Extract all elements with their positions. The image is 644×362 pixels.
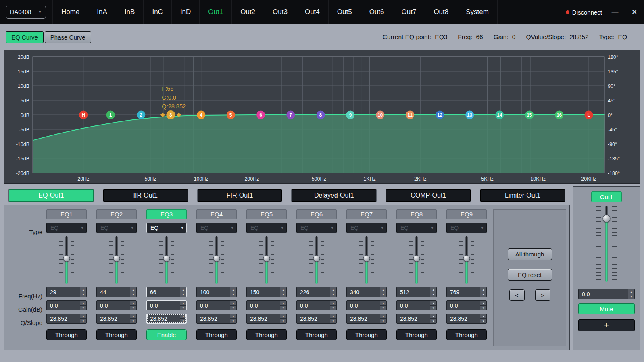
eq-point-2[interactable]: 2	[137, 111, 145, 119]
type-dropdown[interactable]: EQ▼	[196, 223, 237, 233]
spinner-up-button[interactable]: ▲	[330, 301, 336, 306]
nav-tab-out3[interactable]: Out3	[264, 0, 296, 24]
type-dropdown[interactable]: EQ▼	[396, 223, 437, 233]
spinner-down-button[interactable]: ▼	[230, 306, 236, 310]
eq-strip-header[interactable]: EQ2	[96, 209, 137, 219]
spinner-down-button[interactable]: ▼	[130, 292, 136, 297]
bypass-button[interactable]: Through	[196, 329, 237, 340]
gain-spinner[interactable]: 0.0▲▼	[96, 300, 137, 310]
slider-thumb[interactable]	[213, 255, 220, 262]
disconnect-button[interactable]: Disconnect	[563, 9, 605, 16]
spinner-down-button[interactable]: ▼	[130, 306, 136, 310]
spinner-up-button[interactable]: ▲	[430, 301, 436, 306]
eq-point-9[interactable]: 9	[346, 111, 354, 119]
gain-spinner[interactable]: 0.0▲▼	[196, 300, 237, 310]
spinner-down-button[interactable]: ▼	[430, 319, 436, 323]
nav-tab-home[interactable]: Home	[52, 0, 88, 24]
nav-tab-out4[interactable]: Out4	[296, 0, 328, 24]
slider-thumb[interactable]	[413, 255, 420, 262]
device-selector[interactable]: DA0408 ▼	[6, 6, 46, 19]
spinner-up-button[interactable]: ▲	[180, 314, 186, 319]
bypass-button[interactable]: Through	[446, 329, 487, 340]
q-spinner[interactable]: 28.852▲▼	[296, 314, 337, 324]
spinner-down-button[interactable]: ▼	[330, 292, 336, 297]
spinner-up-button[interactable]: ▲	[480, 314, 486, 319]
spinner-up-button[interactable]: ▲	[280, 287, 286, 292]
eq-curve-svg[interactable]: 20dB15dB10dB5dB0dB-5dB-10dB-15dB-20dB180…	[4, 50, 640, 183]
spinner-down-button[interactable]: ▼	[80, 292, 86, 297]
spinner-up-button[interactable]: ▲	[130, 301, 136, 306]
gain-spinner[interactable]: 0.0▲▼	[446, 300, 487, 310]
nav-tab-inb[interactable]: InB	[116, 0, 144, 24]
eq-strip-header[interactable]: EQ3	[146, 209, 187, 219]
eq-strip-header[interactable]: EQ9	[446, 209, 487, 219]
spinner-down-button[interactable]: ▼	[380, 319, 386, 323]
tab-limiter-out1[interactable]: Limiter-Out1	[480, 189, 565, 202]
bypass-button[interactable]: Through	[96, 329, 137, 340]
spinner-up-button[interactable]: ▲	[80, 287, 86, 292]
spinner-up-button[interactable]: ▲	[430, 287, 436, 292]
out-level-spinner[interactable]: 0.0 ▲ ▼	[578, 289, 635, 299]
eq-point-11[interactable]: 11	[406, 111, 414, 119]
slider-thumb[interactable]	[63, 255, 70, 262]
bypass-button[interactable]: Through	[296, 329, 337, 340]
freq-spinner[interactable]: 769▲▼	[446, 287, 487, 297]
spinner-up-button[interactable]: ▲	[130, 314, 136, 319]
eq-strip-header[interactable]: EQ4	[196, 209, 237, 219]
spinner-up-button[interactable]: ▲	[130, 287, 136, 292]
output-channel-tab[interactable]: Out1	[591, 191, 622, 202]
spinner-down-button[interactable]: ▼	[330, 319, 336, 323]
nav-tab-out8[interactable]: Out8	[425, 0, 457, 24]
eq-strip-header[interactable]: EQ5	[246, 209, 287, 219]
bypass-button[interactable]: Through	[46, 329, 87, 340]
spinner-down-button[interactable]: ▼	[480, 292, 486, 297]
q-spinner[interactable]: 28.852▲▼	[46, 314, 87, 324]
spinner-down-button[interactable]: ▼	[180, 292, 186, 297]
add-button[interactable]: +	[578, 319, 635, 331]
tab-fir-out1[interactable]: FIR-Out1	[198, 189, 282, 202]
freq-spinner[interactable]: 100▲▼	[196, 287, 237, 297]
q-spinner[interactable]: 28.852▲▼	[246, 314, 287, 324]
phase-curve-button[interactable]: Phase Curve	[45, 31, 91, 43]
freq-spinner[interactable]: 512▲▼	[396, 287, 437, 297]
spinner-down-button[interactable]: ▼	[628, 294, 634, 299]
q-spinner[interactable]: 28.852▲▼	[446, 314, 487, 324]
bypass-button[interactable]: Enable	[146, 329, 187, 340]
spinner-up-button[interactable]: ▲	[80, 314, 86, 319]
spinner-up-button[interactable]: ▲	[480, 301, 486, 306]
spinner-down-button[interactable]: ▼	[280, 306, 286, 310]
slider-thumb[interactable]	[263, 255, 270, 262]
spinner-down-button[interactable]: ▼	[130, 319, 136, 323]
eq-graph[interactable]: 20dB15dB10dB5dB0dB-5dB-10dB-15dB-20dB180…	[4, 50, 640, 184]
freq-spinner[interactable]: 66▲▼	[146, 287, 187, 297]
eq-point-h[interactable]: H	[79, 111, 88, 119]
eq-point-10[interactable]: 10	[376, 111, 384, 119]
gain-spinner[interactable]: 0.0▲▼	[146, 300, 187, 310]
slider-thumb[interactable]	[113, 255, 120, 262]
type-dropdown[interactable]: EQ▼	[246, 223, 287, 233]
spinner-up-button[interactable]: ▲	[230, 287, 236, 292]
spinner-down-button[interactable]: ▼	[280, 292, 286, 297]
type-dropdown[interactable]: EQ▼	[46, 223, 87, 233]
spinner-up-button[interactable]: ▲	[380, 301, 386, 306]
bypass-button[interactable]: Through	[346, 329, 387, 340]
gain-spinner[interactable]: 0.0▲▼	[296, 300, 337, 310]
slider-thumb[interactable]	[463, 255, 470, 262]
eq-point-4[interactable]: 4	[197, 111, 205, 119]
type-dropdown[interactable]: EQ▼	[446, 223, 487, 233]
spinner-down-button[interactable]: ▼	[480, 306, 486, 310]
minimize-button[interactable]: —	[605, 0, 625, 24]
spinner-up-button[interactable]: ▲	[180, 301, 186, 306]
freq-spinner[interactable]: 44▲▼	[96, 287, 137, 297]
eq-point-7[interactable]: 7	[286, 111, 295, 119]
freq-spinner[interactable]: 29▲▼	[46, 287, 87, 297]
tab-iir-out1[interactable]: IIR-Out1	[103, 189, 188, 202]
spinner-down-button[interactable]: ▼	[80, 319, 86, 323]
spinner-down-button[interactable]: ▼	[80, 306, 86, 310]
spinner-up-button[interactable]: ▲	[380, 287, 386, 292]
tab-eq-out1[interactable]: EQ-Out1	[9, 189, 94, 202]
slider-thumb[interactable]	[363, 255, 370, 262]
nav-tab-inc[interactable]: InC	[143, 0, 171, 24]
spinner-up-button[interactable]: ▲	[180, 287, 186, 292]
spinner-up-button[interactable]: ▲	[230, 301, 236, 306]
